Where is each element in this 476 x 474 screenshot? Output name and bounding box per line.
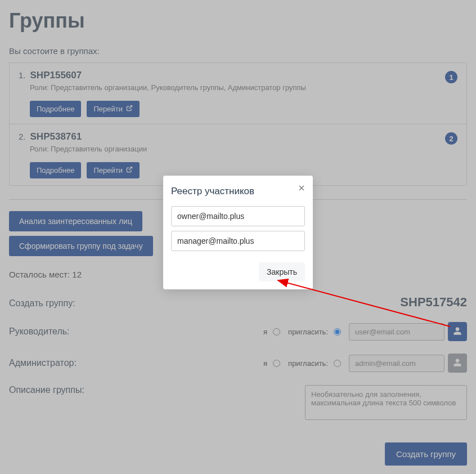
modal-title: Реестр участников [171, 186, 305, 197]
modal-overlay: Реестр участников owner@mailto.plus mana… [0, 0, 476, 474]
modal-close-button[interactable]: Закрыть [259, 262, 305, 281]
participant-item: manager@mailto.plus [171, 231, 305, 251]
close-icon[interactable] [297, 184, 306, 195]
participant-item: owner@mailto.plus [171, 206, 305, 226]
participants-modal: Реестр участников owner@mailto.plus mana… [163, 176, 313, 289]
